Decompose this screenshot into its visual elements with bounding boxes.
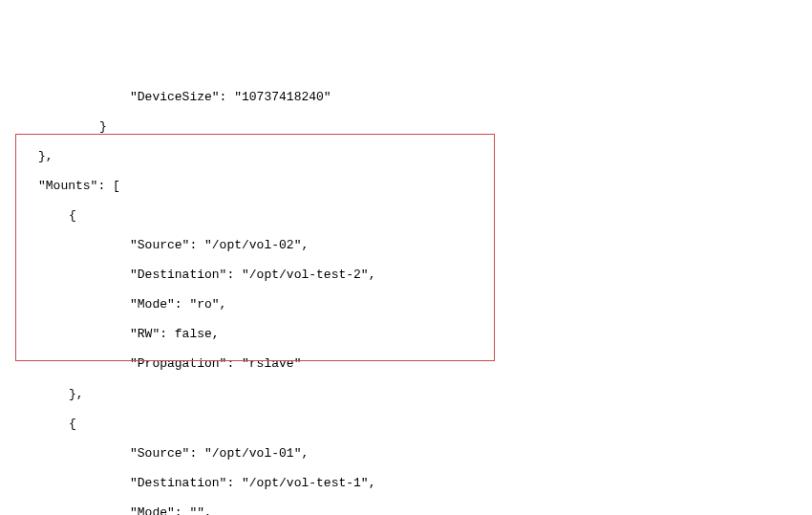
json-mount-destination: "Destination": "/opt/vol-test-2", (0, 268, 375, 283)
json-open-brace: { (0, 208, 375, 224)
json-line: }, (0, 149, 375, 164)
json-mount-source: "Source": "/opt/vol-02", (0, 238, 375, 253)
json-mount-mode: "Mode": "", (0, 505, 375, 515)
code-block: "DeviceSize": "10737418240" } }, "Mounts… (0, 75, 375, 515)
json-mount-source: "Source": "/opt/vol-01", (0, 446, 375, 461)
json-close-brace: }, (0, 387, 375, 402)
json-line: "DeviceSize": "10737418240" (0, 90, 375, 105)
json-open-brace: { (0, 417, 375, 432)
json-mounts-key: "Mounts": [ (0, 179, 375, 194)
json-mount-rw: "RW": false, (0, 327, 375, 342)
json-mount-destination: "Destination": "/opt/vol-test-1", (0, 476, 375, 491)
json-line: } (0, 119, 375, 135)
json-mount-mode: "Mode": "ro", (0, 297, 375, 312)
json-mount-propagation: "Propagation": "rslave" (0, 356, 375, 372)
